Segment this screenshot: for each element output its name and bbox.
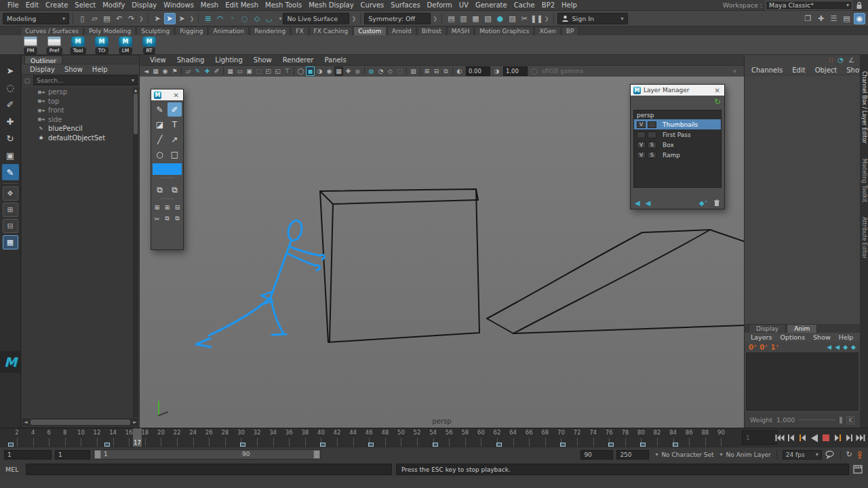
bluepencil-viewport-icon[interactable]: ✎ bbox=[193, 66, 202, 76]
workspace-lock-icon[interactable] bbox=[856, 1, 863, 9]
film-gate-icon[interactable]: ▭ bbox=[235, 66, 244, 76]
channel-box-icon[interactable]: ◉ bbox=[854, 13, 865, 24]
step-forward-frame-button[interactable] bbox=[844, 431, 854, 445]
paint-select-tool[interactable]: ✐ bbox=[2, 96, 19, 113]
menu-curves[interactable]: Curves bbox=[357, 1, 388, 9]
shelf-tab-rendering[interactable]: Rendering bbox=[250, 26, 290, 35]
layer-editor-menu-layers[interactable]: Layers bbox=[747, 333, 775, 341]
create-override-layer-icon[interactable]: 1⁺ bbox=[771, 344, 779, 351]
textured-icon[interactable]: ◑ bbox=[315, 66, 324, 76]
move-layer-down-icon[interactable]: ◀ bbox=[835, 344, 840, 350]
four-pane-layout[interactable]: ⊞ bbox=[3, 203, 18, 217]
menu-edit[interactable]: Edit bbox=[22, 1, 42, 9]
bluepencil-titlebar[interactable]: M ✕ bbox=[151, 89, 183, 100]
render-sequence-icon[interactable]: ▦ bbox=[470, 13, 481, 24]
animation-end-field[interactable]: 250 bbox=[616, 450, 649, 460]
scroll-right-icon[interactable]: ► bbox=[132, 420, 138, 425]
snap-point-icon[interactable]: ◦ bbox=[226, 13, 238, 24]
shelf-tab-poly-modeling[interactable]: Poly Modeling bbox=[84, 26, 136, 35]
remove-frame-icon[interactable]: ⊟ bbox=[173, 203, 182, 211]
view-transform-icon[interactable]: ◯ bbox=[530, 66, 538, 76]
exposure-icon[interactable]: ◐ bbox=[455, 66, 464, 76]
layer-editor-tab-display[interactable]: Display bbox=[749, 324, 786, 333]
character-set-dropdown[interactable]: No Character Set bbox=[661, 451, 713, 458]
layer-editor-menu-help[interactable]: Help bbox=[835, 333, 857, 341]
side-tab-attribute-editor[interactable]: Attribute Editor bbox=[861, 217, 867, 259]
snap-view-plane-icon[interactable]: ◇ bbox=[251, 13, 262, 24]
gate-mask-icon[interactable]: □ bbox=[254, 66, 263, 76]
menu-uv[interactable]: UV bbox=[456, 1, 472, 9]
bluepencil-tool[interactable]: ✎ bbox=[2, 164, 19, 180]
shelf-tab-custom[interactable]: Custom bbox=[353, 26, 386, 35]
attribute-editor-icon[interactable]: ▤ bbox=[841, 13, 852, 24]
render-current-frame-icon[interactable]: ▥ bbox=[458, 13, 469, 24]
layer-manager-titlebar[interactable]: M Layer Manager ✕ bbox=[631, 85, 724, 96]
layer-row-ramp[interactable]: VSRamp bbox=[634, 150, 721, 160]
timeline-current-field[interactable]: 1 bbox=[742, 430, 777, 445]
outliner-menu-display[interactable]: Display bbox=[26, 66, 59, 73]
weight-slider[interactable] bbox=[799, 420, 835, 420]
gamma-icon[interactable]: ◑ bbox=[492, 66, 501, 76]
render-view-icon[interactable]: ● bbox=[494, 13, 506, 24]
outliner-item-bluepencil[interactable]: ✎bluePencil bbox=[22, 124, 133, 134]
gamma-field[interactable]: 1.00 bbox=[503, 66, 528, 76]
menu-create[interactable]: Create bbox=[42, 1, 71, 9]
safe-title-icon[interactable]: ⊤ bbox=[283, 66, 292, 76]
text-tool[interactable]: T bbox=[167, 117, 182, 131]
refresh-icon[interactable]: ↻ bbox=[714, 97, 721, 106]
create-layer-from-selected-icon[interactable]: 0⁺ bbox=[760, 344, 768, 351]
pencil-tool[interactable]: ✎ bbox=[153, 102, 167, 117]
outliner-persp-layout[interactable]: ▦ bbox=[3, 235, 18, 249]
menu-surfaces[interactable]: Surfaces bbox=[387, 1, 423, 9]
snap-curve-icon[interactable]: ◠ bbox=[214, 13, 226, 24]
solo-checkbox[interactable] bbox=[648, 121, 656, 128]
shelf-tab-motion-graphics[interactable]: Motion Graphics bbox=[475, 26, 534, 35]
fps-dropdown[interactable]: 24 fps ▾ bbox=[783, 450, 822, 460]
select-component-icon[interactable]: ➤ bbox=[176, 13, 188, 24]
undo-icon[interactable]: ↶ bbox=[113, 13, 125, 24]
rotate-tool[interactable]: ↻ bbox=[2, 130, 19, 146]
search-input[interactable]: Search... ▾ bbox=[33, 75, 138, 85]
single-pane-layout[interactable]: ❖ bbox=[3, 186, 18, 201]
paste-frame-icon[interactable]: ⧉ bbox=[173, 214, 182, 223]
add-layer-icon[interactable]: ◆⁺ bbox=[699, 199, 708, 207]
playback-end-field[interactable]: 90 bbox=[580, 450, 613, 460]
empty-anim-layer-icon[interactable]: ◆ bbox=[843, 344, 848, 350]
outliner-item-defaultobjectset[interactable]: ◉defaultObjectSet bbox=[22, 134, 133, 143]
scrollbar-thumb[interactable] bbox=[134, 94, 138, 134]
character-controls-icon[interactable]: ✚ bbox=[815, 13, 827, 24]
shelf-item-pref[interactable]: Pref bbox=[44, 36, 64, 54]
step-back-frame-button[interactable] bbox=[786, 431, 797, 445]
menu-help[interactable]: Help bbox=[558, 1, 580, 9]
arrow-tool[interactable]: ↗ bbox=[167, 132, 182, 146]
shelf-item-rt[interactable]: MRT bbox=[139, 36, 159, 54]
outliner-vscrollbar[interactable]: ▲ bbox=[133, 87, 138, 418]
channelbox-menu-edit[interactable]: Edit bbox=[788, 66, 809, 74]
outliner-item-top[interactable]: ◼◄top bbox=[22, 97, 133, 106]
weight-value[interactable]: 1.000 bbox=[776, 416, 795, 424]
weight-slider-handle[interactable] bbox=[840, 417, 842, 424]
menu-deform[interactable]: Deform bbox=[424, 1, 456, 9]
shelf-tab-bifrost[interactable]: Bifrost bbox=[417, 26, 446, 35]
go-to-start-button[interactable] bbox=[774, 431, 785, 445]
animation-start-field[interactable]: 1 bbox=[4, 450, 52, 460]
command-language-label[interactable]: MEL bbox=[5, 466, 22, 473]
shelf-item-pm[interactable]: PM bbox=[20, 36, 41, 54]
lasso-select-tool[interactable]: ◌ bbox=[2, 79, 19, 96]
scrollbar-thumb[interactable] bbox=[31, 420, 130, 425]
two-sided-lighting-icon[interactable]: ✚ bbox=[344, 66, 353, 76]
cut-frame-icon[interactable]: ✂ bbox=[153, 214, 161, 223]
move-layer-up-icon[interactable]: ◀ bbox=[827, 344, 831, 350]
graph-icon[interactable]: ∠ bbox=[848, 56, 854, 64]
menu-modify[interactable]: Modify bbox=[99, 1, 128, 9]
pause-playback-icon[interactable]: ❚❚ bbox=[531, 13, 542, 24]
visibility-checkbox[interactable] bbox=[637, 131, 646, 138]
layer-editor-menu-options[interactable]: Options bbox=[776, 333, 808, 341]
range-end-handle[interactable] bbox=[313, 450, 320, 459]
safe-action-icon[interactable]: ◱ bbox=[273, 66, 282, 76]
cycle-display-icon[interactable]: ◔ bbox=[837, 56, 844, 64]
shelf-tab-fx-caching[interactable]: FX Caching bbox=[309, 26, 353, 35]
grid-icon[interactable]: ▦ bbox=[226, 66, 235, 76]
menu-mesh-tools[interactable]: Mesh Tools bbox=[262, 1, 305, 9]
isolate-select-icon[interactable]: ▧ bbox=[409, 66, 418, 76]
